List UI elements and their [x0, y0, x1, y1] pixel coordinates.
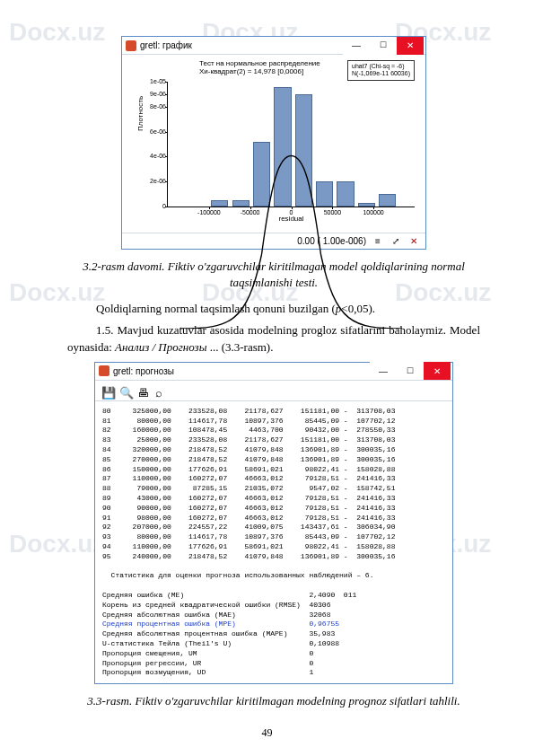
- chart-body: Тест на нормальное распределение Хи-квад…: [122, 55, 425, 233]
- app-icon: [126, 40, 136, 51]
- window-title: gretl: прогнозы: [113, 365, 174, 378]
- chart-window: gretl: график Тест на нормальное распред…: [121, 36, 426, 250]
- zoom-icon[interactable]: 🔍: [118, 383, 133, 398]
- close-button[interactable]: [424, 362, 451, 380]
- x-axis-label: residual: [278, 214, 303, 224]
- save-icon[interactable]: 💾: [101, 383, 115, 398]
- app-icon: [99, 365, 109, 376]
- chart-legend: uhat7 (Chi-sq = -6) N(-1,069e-11 60036): [347, 60, 415, 81]
- chart-plot: 0 2e-06 4e-06 6e-06 8e-06 9e-06 1e-05 -1…: [167, 82, 415, 207]
- window-title: gretl: график: [140, 39, 192, 52]
- ytick: 8e-06: [150, 102, 166, 112]
- ytick: 9e-06: [150, 90, 166, 100]
- page-number: 49: [0, 726, 534, 740]
- chart-area: Тест на нормальное распределение Хи-квад…: [127, 58, 420, 229]
- close-button[interactable]: [397, 37, 424, 55]
- print-icon[interactable]: 🖶: [136, 383, 151, 398]
- toolbar: 💾 🔍 🖶 ⌕: [95, 381, 452, 401]
- maximize-button[interactable]: [370, 37, 397, 55]
- ytick: 1e-05: [150, 77, 166, 87]
- ytick: 4e-06: [150, 152, 166, 162]
- forecast-window: gretl: прогнозы 💾 🔍 🖶 ⌕ 80 325000,00 233…: [94, 362, 453, 684]
- minimize-button[interactable]: [343, 37, 370, 55]
- minimize-button[interactable]: [370, 362, 397, 380]
- ytick: 2e-06: [150, 177, 166, 187]
- chart-title: Тест на нормальное распределение Хи-квад…: [199, 60, 320, 76]
- maximize-button[interactable]: [397, 362, 424, 380]
- forecast-table: 80 325000,00 233528,08 21178,627 151181,…: [95, 401, 452, 683]
- normal-curve: [168, 82, 415, 329]
- figure-caption-2: 3.3-rasm. Fiktiv o'zgaruvchilar kiritilm…: [67, 693, 480, 709]
- y-axis-label: Плотность: [136, 95, 146, 130]
- titlebar[interactable]: gretl: график: [122, 37, 425, 55]
- ytick: 6e-06: [150, 127, 166, 136]
- search-icon[interactable]: ⌕: [154, 383, 169, 398]
- titlebar[interactable]: gretl: прогнозы: [95, 363, 452, 381]
